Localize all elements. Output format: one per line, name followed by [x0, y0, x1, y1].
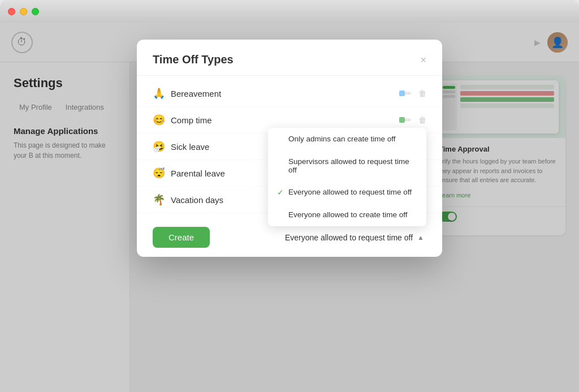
app-container: ⏱ ▶ 👤 Settings My Profile Integrations M…: [0, 23, 579, 392]
comp-emoji: 😊: [153, 114, 165, 126]
traffic-light-red[interactable]: [8, 8, 15, 15]
traffic-light-green[interactable]: [32, 8, 39, 15]
bereavement-actions: ✏ 🗑: [405, 89, 426, 98]
dropdown-selected-label: Everyone allowed to request time off: [285, 233, 413, 242]
modal-overlay[interactable]: Time Off Types × 🙏 Bereavement ✏ 🗑 😊: [0, 23, 579, 392]
traffic-light-yellow[interactable]: [20, 8, 27, 15]
modal-title: Time Off Types: [153, 53, 234, 66]
modal-header: Time Off Types ×: [137, 40, 442, 76]
window-chrome: [0, 0, 579, 23]
dropdown-label-everyone-request: Everyone allowed to request time off: [288, 188, 412, 196]
chevron-up-icon: ▲: [417, 234, 424, 242]
comp-color-dot: [399, 117, 405, 123]
dropdown-item-everyone-request[interactable]: ✓ Everyone allowed to request time off: [268, 181, 426, 204]
comp-edit-button[interactable]: ✏: [405, 115, 412, 124]
dropdown-item-admins[interactable]: ✓ Only admins can create time off: [268, 128, 426, 150]
create-button[interactable]: Create: [153, 227, 210, 248]
comp-actions: ✏ 🗑: [405, 115, 426, 124]
dropdown-label-supervisors: Supervisors allowed to request time off: [288, 157, 417, 174]
modal-close-button[interactable]: ×: [420, 55, 426, 65]
dropdown-label-everyone-create: Everyone allowed to create time off: [288, 210, 408, 219]
check-everyone-request: ✓: [277, 188, 284, 197]
vacation-emoji: 🌴: [153, 193, 165, 206]
dropdown-trigger[interactable]: Everyone allowed to request time off ▲: [283, 229, 426, 247]
dropdown-container: ✓ Only admins can create time off ✓ Supe…: [283, 229, 426, 247]
time-off-modal: Time Off Types × 🙏 Bereavement ✏ 🗑 😊: [137, 40, 442, 257]
comp-delete-button[interactable]: 🗑: [418, 115, 426, 124]
bereavement-delete-button[interactable]: 🗑: [418, 89, 426, 98]
parental-emoji: 😴: [153, 167, 165, 179]
dropdown-label-admins: Only admins can create time off: [288, 135, 396, 143]
sick-emoji: 🤧: [153, 140, 165, 153]
dropdown-item-supervisors[interactable]: ✓ Supervisors allowed to request time of…: [268, 150, 426, 181]
dropdown-menu: ✓ Only admins can create time off ✓ Supe…: [268, 128, 426, 226]
bereavement-edit-button[interactable]: ✏: [405, 89, 412, 98]
bereavement-name: Bereavement: [171, 89, 396, 98]
modal-footer: Create ✓ Only admins can create time off…: [137, 218, 442, 257]
bereavement-emoji: 🙏: [153, 87, 165, 100]
bereavement-color-dot: [399, 91, 405, 96]
dropdown-item-everyone-create[interactable]: ✓ Everyone allowed to create time off: [268, 204, 426, 226]
comp-name: Comp time: [171, 115, 396, 125]
time-off-item-bereavement: 🙏 Bereavement ✏ 🗑: [137, 80, 442, 107]
